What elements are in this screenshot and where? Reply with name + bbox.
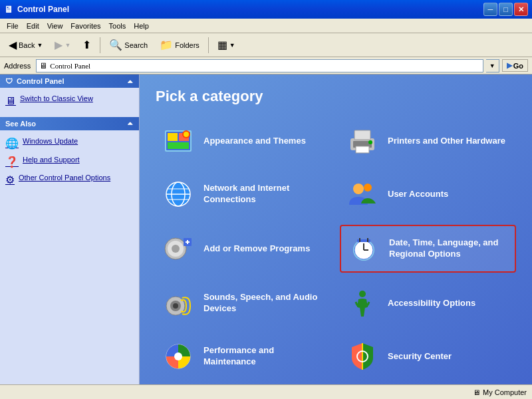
svg-point-22 xyxy=(172,245,180,253)
sounds-icon xyxy=(162,287,194,319)
other-options-label: Other Control Panel Options xyxy=(19,173,110,182)
menu-view[interactable]: View xyxy=(43,21,67,31)
category-accessibility[interactable]: Accessibility Options xyxy=(340,281,516,326)
main-area: 🛡 Control Panel ⏶ 🖥 Switch to Classic Vi… xyxy=(0,74,532,384)
svg-point-36 xyxy=(359,291,366,297)
statusbar: 🖥 My Computer xyxy=(0,384,532,399)
address-icon: 🖥 xyxy=(39,61,47,70)
views-dropdown-icon: ▼ xyxy=(229,42,235,49)
see-also-header[interactable]: See Also ⏶ xyxy=(0,117,139,130)
see-also-header-label: See Also xyxy=(5,120,36,128)
computer-status: 🖥 My Computer xyxy=(473,388,527,396)
printers-icon-container xyxy=(345,124,380,158)
sidebar: 🛡 Control Panel ⏶ 🖥 Switch to Classic Vi… xyxy=(0,74,140,384)
appearance-label: Appearance and Themes xyxy=(203,136,306,147)
category-sounds[interactable]: Sounds, Speech, and Audio Devices xyxy=(156,281,332,326)
menu-file[interactable]: File xyxy=(3,21,23,31)
app-icon: 🖥 xyxy=(4,4,13,15)
svg-point-19 xyxy=(364,184,372,192)
back-dropdown-icon: ▼ xyxy=(37,42,43,49)
category-datetime[interactable]: Date, Time, Language, and Regional Optio… xyxy=(340,225,516,273)
svg-point-6 xyxy=(184,132,189,137)
category-printers[interactable]: Printers and Other Hardware xyxy=(340,118,516,164)
menubar: File Edit View Favorites Tools Help xyxy=(0,19,532,33)
appearance-icon-container xyxy=(161,124,196,158)
other-options-link[interactable]: ⚙ Other Control Panel Options xyxy=(3,171,136,190)
search-button[interactable]: 🔍 Search xyxy=(104,36,152,54)
security-icon-container xyxy=(345,339,380,374)
sounds-label: Sounds, Speech, and Audio Devices xyxy=(203,292,327,315)
views-icon: ▦ xyxy=(217,39,227,51)
printers-icon xyxy=(346,125,378,157)
addremove-label: Add or Remove Programs xyxy=(203,243,310,255)
go-arrow-icon: ▶ xyxy=(507,61,512,70)
other-options-icon: ⚙ xyxy=(5,174,15,188)
users-label: User Accounts xyxy=(388,189,448,200)
separator-1 xyxy=(100,37,100,53)
forward-dropdown-icon: ▼ xyxy=(65,42,70,49)
category-appearance[interactable]: Appearance and Themes xyxy=(156,118,332,164)
computer-label: My Computer xyxy=(483,388,527,396)
categories-grid: Appearance and Themes Printers and Other… xyxy=(156,118,516,379)
address-dropdown[interactable]: ▼ xyxy=(486,59,499,72)
folders-icon: 📁 xyxy=(160,39,173,51)
back-icon: ◀ xyxy=(9,39,17,51)
address-input[interactable] xyxy=(50,62,479,70)
category-addremove[interactable]: Add or Remove Programs xyxy=(156,225,332,273)
addremove-icon-container xyxy=(161,231,196,266)
help-support-icon: ❓ xyxy=(5,156,19,170)
performance-label: Performance and Maintenance xyxy=(203,345,327,368)
datetime-label: Date, Time, Language, and Regional Optio… xyxy=(389,237,509,260)
category-network[interactable]: Network and Internet Connections xyxy=(156,172,332,217)
switch-view-link[interactable]: 🖥 Switch to Classic View xyxy=(3,92,136,110)
appearance-icon xyxy=(162,125,194,157)
windows-update-icon: 🌐 xyxy=(5,137,19,151)
back-button[interactable]: ◀ Back ▼ xyxy=(4,36,47,54)
content-area: Pick a category Appearance and Themes xyxy=(140,74,532,384)
folders-button[interactable]: 📁 Folders xyxy=(155,36,204,54)
views-button[interactable]: ▦ ▼ xyxy=(213,36,240,54)
users-icon-container xyxy=(345,177,380,211)
address-bar-container: 🖥 xyxy=(36,59,483,72)
category-users[interactable]: User Accounts xyxy=(340,172,516,217)
control-panel-icon: 🛡 xyxy=(5,77,13,85)
menu-favorites[interactable]: Favorites xyxy=(66,21,104,31)
minimize-button[interactable]: ─ xyxy=(483,3,497,16)
help-support-link[interactable]: ❓ Help and Support xyxy=(3,153,136,172)
menu-help[interactable]: Help xyxy=(130,21,153,31)
window-title: Control Panel xyxy=(17,5,483,14)
svg-point-18 xyxy=(353,184,364,194)
address-label: Address xyxy=(4,62,31,70)
windows-update-link[interactable]: 🌐 Windows Update xyxy=(3,134,136,153)
control-panel-section: 🛡 Control Panel ⏶ 🖥 Switch to Classic Vi… xyxy=(0,74,139,114)
network-label: Network and Internet Connections xyxy=(203,183,327,205)
control-panel-header[interactable]: 🛡 Control Panel ⏶ xyxy=(0,74,139,88)
datetime-icon-container xyxy=(346,231,381,266)
see-also-collapse-icon: ⏶ xyxy=(127,120,134,127)
up-button[interactable]: ⬆ xyxy=(78,36,96,54)
go-button[interactable]: ▶ Go xyxy=(502,59,528,72)
network-icon xyxy=(162,178,194,210)
svg-rect-10 xyxy=(356,146,369,153)
users-icon xyxy=(346,178,378,210)
menu-tools[interactable]: Tools xyxy=(105,21,130,31)
security-label: Security Center xyxy=(388,351,452,362)
control-panel-header-label: Control Panel xyxy=(17,77,65,85)
separator-2 xyxy=(208,37,209,53)
close-button[interactable]: ✕ xyxy=(514,3,528,16)
addressbar: Address 🖥 ▼ ▶ Go xyxy=(0,57,532,74)
network-icon-container xyxy=(161,177,196,211)
switch-view-label: Switch to Classic View xyxy=(20,94,93,103)
back-label: Back xyxy=(19,41,35,49)
category-performance[interactable]: Performance and Maintenance xyxy=(156,334,332,379)
svg-point-35 xyxy=(173,303,178,309)
sounds-icon-container xyxy=(161,286,196,321)
forward-button[interactable]: ▶ ▼ xyxy=(50,36,75,54)
menu-edit[interactable]: Edit xyxy=(23,21,43,31)
see-also-content: 🌐 Windows Update ❓ Help and Support ⚙ Ot… xyxy=(0,130,139,194)
svg-rect-2 xyxy=(168,133,178,141)
category-security[interactable]: Security Center xyxy=(340,334,516,379)
maximize-button[interactable]: □ xyxy=(499,3,513,16)
security-icon xyxy=(346,340,378,372)
computer-icon: 🖥 xyxy=(473,388,480,396)
